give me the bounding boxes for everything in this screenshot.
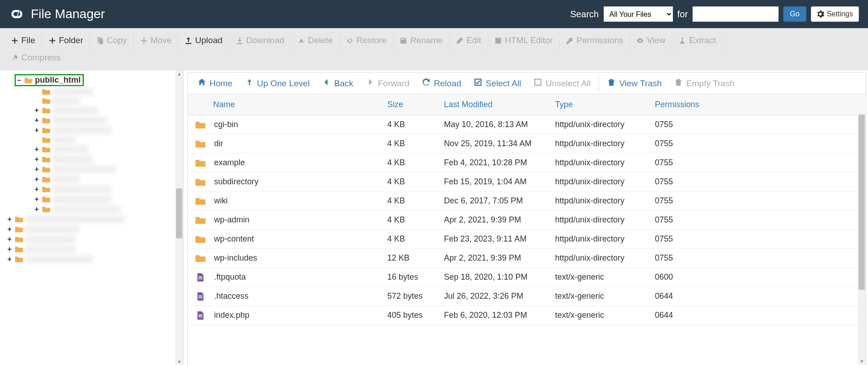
col-name-header[interactable]: Name xyxy=(188,94,383,115)
expand-icon[interactable]: + xyxy=(6,245,13,253)
col-permissions-header[interactable]: Permissions xyxy=(650,94,866,115)
file-type: httpd/unix-directory xyxy=(551,211,650,230)
home-button[interactable]: Home xyxy=(191,75,239,91)
table-row[interactable]: .htaccess 572 bytes Jul 26, 2022, 3:26 P… xyxy=(188,287,866,306)
settings-button[interactable]: Settings xyxy=(811,6,859,22)
file-modified: Feb 6, 2020, 12:03 PM xyxy=(439,306,551,325)
file-icon xyxy=(195,273,206,282)
expand-icon[interactable]: + xyxy=(6,255,13,263)
compress-icon xyxy=(11,54,19,62)
expand-icon[interactable]: + xyxy=(34,185,40,193)
tree-scrollbar[interactable]: ▴ ▾ xyxy=(175,70,183,365)
tree-item[interactable] xyxy=(34,87,183,96)
file-permissions: 0755 xyxy=(650,211,866,230)
expand-icon[interactable]: + xyxy=(34,106,40,114)
tree-root-label: public_html xyxy=(35,75,81,85)
tree-item[interactable]: + xyxy=(34,184,183,194)
reload-icon xyxy=(422,78,430,89)
tree-item[interactable]: + xyxy=(34,204,183,214)
expand-icon[interactable]: + xyxy=(34,165,40,173)
tree-root[interactable]: − public_html xyxy=(15,73,183,87)
rename-label: Rename xyxy=(410,35,443,45)
reload-button[interactable]: Reload xyxy=(416,75,468,91)
expand-icon[interactable]: + xyxy=(34,205,40,213)
tree-item[interactable]: + xyxy=(34,115,183,125)
folder-icon xyxy=(15,216,24,223)
expand-icon[interactable]: + xyxy=(6,215,13,223)
search-input[interactable] xyxy=(692,6,779,22)
expand-icon[interactable]: + xyxy=(34,155,40,163)
file-size: 16 bytes xyxy=(383,268,439,287)
back-button[interactable]: Back xyxy=(316,75,360,91)
tree-item[interactable]: + xyxy=(34,174,183,184)
file-modified: Dec 6, 2017, 7:05 PM xyxy=(439,192,551,211)
file-permissions: 0755 xyxy=(650,115,866,134)
table-scroll-thumb[interactable] xyxy=(858,114,865,290)
table-row[interactable]: wp-content 4 KB Feb 23, 2023, 9:11 AM ht… xyxy=(188,230,866,249)
tree-scroll[interactable]: − public_html + + + + + + + + + + xyxy=(0,70,183,365)
trash-icon xyxy=(607,78,615,89)
viewtrash-label: View Trash xyxy=(619,79,662,89)
tree-item[interactable]: + xyxy=(34,105,183,115)
table-row[interactable]: dir 4 KB Nov 25, 2019, 11:34 AM httpd/un… xyxy=(188,134,866,153)
tree-item[interactable]: + xyxy=(34,144,183,154)
scroll-thumb[interactable] xyxy=(176,188,182,238)
tree-item[interactable]: + xyxy=(34,194,183,204)
selectall-button[interactable]: Select All xyxy=(468,75,527,91)
file-name: cgi-bin xyxy=(214,120,238,129)
folder-icon xyxy=(42,136,51,143)
folder-icon xyxy=(42,97,51,104)
tree-item[interactable]: + xyxy=(6,224,183,234)
body-split: − public_html + + + + + + + + + + xyxy=(0,70,868,365)
col-type-header[interactable]: Type xyxy=(551,94,650,115)
expand-icon[interactable]: + xyxy=(6,235,13,243)
scroll-down-arrow-icon[interactable]: ▾ xyxy=(175,358,183,365)
expand-icon[interactable]: + xyxy=(34,116,40,124)
viewtrash-button[interactable]: View Trash xyxy=(599,75,668,91)
table-scrollbar[interactable]: ▾ xyxy=(858,114,866,365)
upload-button[interactable]: Upload xyxy=(178,32,229,49)
folder-icon xyxy=(42,117,51,124)
tree-item[interactable]: + xyxy=(34,164,183,174)
table-row[interactable]: subdirectory 4 KB Feb 15, 2019, 1:04 AM … xyxy=(188,173,866,192)
expand-icon[interactable]: + xyxy=(34,126,40,134)
view-label: View xyxy=(647,35,665,45)
expand-icon[interactable]: + xyxy=(34,195,40,203)
search-scope-select[interactable]: All Your Files xyxy=(604,6,673,22)
file-icon xyxy=(195,311,206,320)
tree-item[interactable]: + xyxy=(6,254,183,264)
go-button[interactable]: Go xyxy=(783,6,806,22)
table-scroll-down-arrow-icon[interactable]: ▾ xyxy=(858,358,866,365)
tree-item[interactable] xyxy=(34,96,183,105)
table-row[interactable]: .ftpquota 16 bytes Sep 18, 2020, 1:10 PM… xyxy=(188,268,866,287)
file-button[interactable]: File xyxy=(5,32,42,49)
scroll-up-arrow-icon[interactable]: ▴ xyxy=(175,70,183,78)
tree-item[interactable]: + xyxy=(6,244,183,254)
collapse-icon[interactable]: − xyxy=(16,76,22,84)
folder-button[interactable]: Folder xyxy=(42,32,90,49)
expand-icon[interactable]: + xyxy=(34,175,40,183)
file-name: dir xyxy=(214,139,223,148)
table-row[interactable]: wp-includes 12 KB Apr 2, 2021, 9:39 PM h… xyxy=(188,249,866,268)
table-row[interactable]: wp-admin 4 KB Apr 2, 2021, 9:39 PM httpd… xyxy=(188,211,866,230)
col-modified-header[interactable]: Last Modified xyxy=(439,94,551,115)
tree-item[interactable]: + xyxy=(6,214,183,224)
col-size-header[interactable]: Size xyxy=(383,94,439,115)
tree-item-label-redacted xyxy=(25,236,75,243)
app-title: File Manager xyxy=(31,7,105,21)
folder-icon xyxy=(195,139,206,148)
expand-icon[interactable]: + xyxy=(6,225,13,233)
file-size: 4 KB xyxy=(383,192,439,211)
table-row[interactable]: index.php 405 bytes Feb 6, 2020, 12:03 P… xyxy=(188,306,866,325)
up-button[interactable]: Up One Level xyxy=(239,75,316,91)
tree-item[interactable]: + xyxy=(34,154,183,164)
expand-icon[interactable]: + xyxy=(34,145,40,153)
file-permissions: 0755 xyxy=(650,230,866,249)
tree-item-label-redacted xyxy=(53,156,93,163)
tree-item[interactable]: + xyxy=(34,125,183,135)
table-row[interactable]: cgi-bin 4 KB May 10, 2016, 8:13 AM httpd… xyxy=(188,115,866,134)
table-row[interactable]: example 4 KB Feb 4, 2021, 10:28 PM httpd… xyxy=(188,153,866,173)
tree-item[interactable] xyxy=(34,135,183,144)
tree-item[interactable]: + xyxy=(6,234,183,244)
table-row[interactable]: wiki 4 KB Dec 6, 2017, 7:05 PM httpd/uni… xyxy=(188,192,866,211)
